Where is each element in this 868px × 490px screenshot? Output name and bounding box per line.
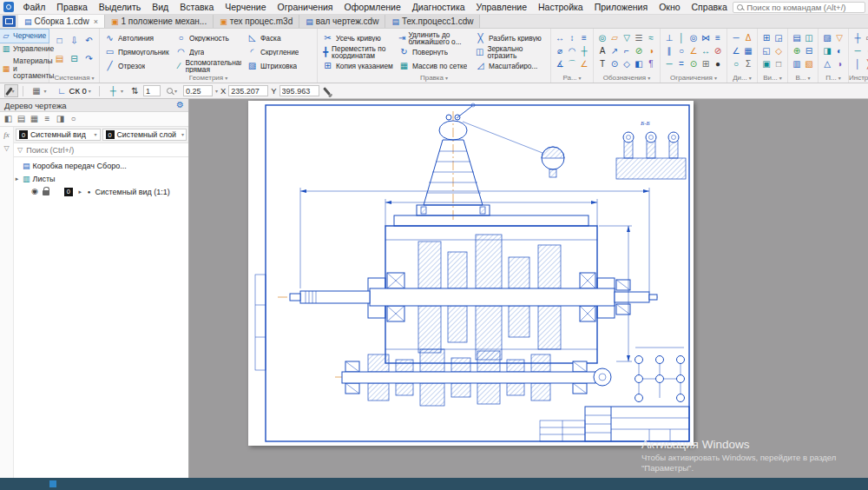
menu-item[interactable]: Справка bbox=[686, 0, 733, 14]
ribbon-tool-button[interactable]: ◺ Фаска bbox=[245, 31, 314, 45]
app-logo-icon[interactable] bbox=[3, 2, 14, 12]
insert-symbol-icon[interactable]: ▧ bbox=[804, 58, 815, 70]
tool-x-icon[interactable]: ╳ bbox=[865, 58, 868, 70]
ribbon-group-label[interactable]: Инстр...▾ bbox=[849, 74, 868, 82]
insert-picture-icon[interactable]: ▥ bbox=[792, 58, 803, 70]
angle-constraint-icon[interactable]: ∠ bbox=[688, 45, 700, 56]
center-mark-icon[interactable]: ⊙ bbox=[609, 58, 621, 70]
ribbon-group-label[interactable]: Ви...▾ bbox=[758, 74, 787, 82]
menu-item[interactable]: Диагностика bbox=[406, 0, 470, 14]
menu-item[interactable]: Приложения bbox=[589, 0, 653, 14]
area-icon[interactable]: ▦ bbox=[743, 45, 754, 56]
filter-icon[interactable]: ▽ bbox=[3, 145, 9, 152]
tree-node[interactable]: ▸ ▥ Листы bbox=[14, 172, 188, 185]
view-arrow2-icon[interactable]: ◇ bbox=[773, 45, 785, 56]
leader-icon[interactable]: ↗ bbox=[609, 45, 621, 56]
fix-point-icon[interactable]: ● bbox=[713, 58, 724, 70]
current-view-dropdown[interactable]: 0 Системный вид ▾ bbox=[16, 129, 101, 141]
menu-item[interactable]: Окно bbox=[654, 0, 686, 14]
menu-item[interactable]: Правка bbox=[51, 0, 93, 14]
ribbon-tool-button[interactable]: ◫ Зеркально отразить bbox=[473, 45, 548, 59]
ribbon-tool-button[interactable]: ✂ Усечь кривую bbox=[320, 31, 395, 45]
document-tab[interactable]: ▣ тех процес.m3d × bbox=[214, 15, 299, 28]
panel-dock-icon[interactable]: ◧ bbox=[3, 114, 14, 125]
ordinate-dimension-icon[interactable]: ┼ bbox=[579, 45, 590, 56]
new-document-icon[interactable]: □ bbox=[54, 35, 65, 46]
baseline-dimension-icon[interactable]: ≡ bbox=[579, 32, 590, 43]
app-kits-icon[interactable]: ▽ bbox=[834, 32, 845, 43]
ribbon-tool-button[interactable]: ◜ Скругление bbox=[245, 45, 314, 59]
current-layer-dropdown[interactable]: 0 Системный слой ▾ bbox=[102, 129, 187, 141]
fix-length-icon[interactable]: ↔ bbox=[700, 45, 712, 56]
diameter-dimension-icon[interactable]: ⌀ bbox=[555, 45, 566, 56]
ribbon-tool-button[interactable]: ╱ Отрезок bbox=[102, 59, 172, 73]
y-coordinate-input[interactable] bbox=[279, 85, 319, 96]
measure-distance-icon[interactable]: ─ bbox=[731, 32, 742, 43]
view-create-icon[interactable]: ⊞ bbox=[761, 32, 773, 43]
ribbon-group-label[interactable]: Геометрия▾ bbox=[100, 74, 317, 82]
insert-text-icon[interactable]: ⊟ bbox=[804, 45, 815, 56]
panel-list-icon[interactable]: ▤ bbox=[16, 114, 27, 125]
section-line-icon[interactable]: ◧ bbox=[634, 58, 645, 70]
arc-dimension-icon[interactable]: ⌒ bbox=[567, 58, 578, 70]
coincident-icon[interactable]: ⊙ bbox=[688, 58, 700, 70]
deviation-icon[interactable]: Δ bbox=[743, 32, 754, 43]
ribbon-group-label[interactable]: П...▾ bbox=[819, 74, 848, 82]
home-tab-icon[interactable] bbox=[3, 16, 16, 27]
drawing-canvas[interactable]: Б-Б bbox=[190, 99, 868, 478]
ribbon-tool-button[interactable]: ◿ Масштабиро... bbox=[473, 59, 548, 73]
weld-icon[interactable]: ⊘ bbox=[634, 45, 645, 56]
insert-fragment-icon[interactable]: ⊕ bbox=[792, 45, 803, 56]
menu-item[interactable]: Файл bbox=[17, 0, 51, 14]
ribbon-rail-item[interactable]: ▦ Материалы и сортаменты bbox=[0, 56, 49, 82]
ribbon-group-label[interactable]: Ра...▾ bbox=[551, 74, 593, 82]
menu-item[interactable]: Вид bbox=[147, 0, 174, 14]
ribbon-tool-button[interactable]: ∿ Автолиния bbox=[102, 31, 172, 45]
vertical-dimension-icon[interactable]: ↕ bbox=[567, 32, 578, 43]
eye-icon[interactable]: ◉ bbox=[31, 188, 38, 195]
open-document-icon[interactable]: ▤ bbox=[54, 53, 65, 64]
snap-grid-icon[interactable]: ⊞ bbox=[700, 58, 712, 70]
snap-step-input[interactable] bbox=[183, 85, 213, 96]
tool-cross-icon[interactable]: ┼ bbox=[852, 32, 864, 43]
tree-search[interactable]: ▽ bbox=[14, 143, 188, 157]
tab-close-icon[interactable]: × bbox=[94, 17, 98, 26]
app-reports-icon[interactable]: ◨ bbox=[822, 45, 833, 56]
sum-icon[interactable]: Σ bbox=[743, 58, 754, 70]
horizontal-icon[interactable]: ─ bbox=[664, 58, 675, 70]
menu-item[interactable]: Ограничения bbox=[272, 0, 339, 14]
equal-icon[interactable]: = bbox=[676, 58, 687, 70]
ribbon-group-label[interactable]: Системная▾ bbox=[49, 74, 99, 82]
ribbon-tool-button[interactable]: ▦ Массив по сетке bbox=[397, 59, 471, 73]
snap-button[interactable]: ┼ ▾ bbox=[104, 84, 127, 97]
surface-finish-icon[interactable]: ▽ bbox=[621, 32, 633, 43]
ribbon-tool-button[interactable]: ▭ Прямоугольник bbox=[102, 45, 172, 59]
zoom-button[interactable]: ▾ bbox=[163, 84, 181, 97]
angular-dimension-icon[interactable]: ∡ bbox=[555, 58, 566, 70]
view-section-icon[interactable]: ◱ bbox=[761, 45, 773, 56]
ribbon-rail-item[interactable]: ▱ Черчение bbox=[0, 30, 49, 43]
ribbon-tool-button[interactable]: ⊞ Копия указанием bbox=[320, 59, 395, 73]
sheet-icon[interactable]: □ bbox=[773, 58, 785, 70]
app-recognition-icon[interactable]: △ bbox=[822, 58, 833, 70]
menu-item[interactable]: Вставка bbox=[174, 0, 220, 14]
menu-item[interactable]: Выделить bbox=[93, 0, 146, 14]
ribbon-rail-item[interactable]: ▥ Управление bbox=[0, 43, 49, 56]
ribbon-group-label[interactable]: Ограничения▾ bbox=[661, 74, 727, 82]
document-tab[interactable]: ▣ 1 положение механ... × bbox=[105, 15, 214, 28]
insert-view-icon[interactable]: ▤ bbox=[792, 32, 803, 43]
ribbon-tool-button[interactable]: ↻ Повернуть bbox=[397, 45, 471, 59]
tool-rect-icon[interactable]: ▭ bbox=[865, 32, 868, 43]
fx-icon[interactable]: fx bbox=[3, 130, 10, 139]
menu-item[interactable]: Настройка bbox=[532, 0, 589, 14]
panel-split-icon[interactable]: ◨ bbox=[55, 114, 66, 125]
view-detail-icon[interactable]: ▣ bbox=[761, 58, 773, 70]
app-library-icon[interactable]: ◑ bbox=[834, 58, 845, 70]
concentric-icon[interactable]: ◎ bbox=[688, 32, 700, 43]
command-search-input[interactable] bbox=[746, 3, 861, 12]
panel-structure-icon[interactable]: ≡ bbox=[42, 114, 53, 125]
expand-arrow-icon[interactable]: ▸ bbox=[77, 189, 83, 195]
collinear-icon[interactable]: ≡ bbox=[713, 32, 724, 43]
redo-icon[interactable]: ↷ bbox=[83, 53, 95, 64]
undo-icon[interactable]: ↶ bbox=[83, 35, 95, 46]
